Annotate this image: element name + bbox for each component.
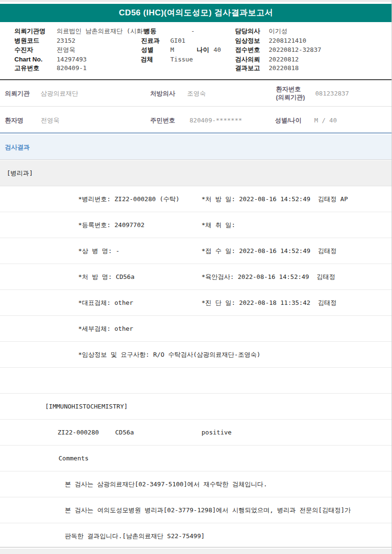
result-row-comment-2: 본 검사는 여의도성모병원 병리과[02-3779-1298]에서 시행되었으며… bbox=[0, 497, 392, 523]
report-page: CD56 (IHC)(여의도성모) 검사결과보고서 의뢰기관명 의료법인 남촌의… bbox=[0, 0, 392, 554]
label-prescribing-doctor: 처방의사 bbox=[150, 80, 175, 107]
label-patient-no-line1: 환자번호 bbox=[276, 85, 301, 93]
patient-row-2: 환자명 전영욱 주민번호 820409-******* 성별/나이 M / 40 bbox=[0, 107, 392, 133]
results-body: *병리번호: ZI22-000280 (수탁) *처 방 일: 2022-08-… bbox=[0, 186, 392, 548]
value-requesting-org: 의료법인 남촌의료재단 (시화병원 bbox=[57, 26, 148, 36]
ihc-section-header: [IMMUNOHISTOCHEMISTRY] bbox=[45, 394, 128, 419]
comment-line-2: 본 검사는 여의도성모병원 병리과[02-3779-1298]에서 시행되었으며… bbox=[65, 497, 351, 523]
result-row-main-specimen: *대표검체: other *진 단 일: 2022-08-18 11:35:42… bbox=[0, 290, 392, 316]
prescription-name: *처 방 명: CD56a bbox=[78, 264, 134, 289]
value-ward: - bbox=[191, 26, 195, 36]
result-row-pathology-no: *병리번호: ZI22-000280 (수탁) *처 방 일: 2022-08-… bbox=[0, 186, 392, 212]
disease-name: *상 병 명: - bbox=[78, 238, 119, 264]
label-unique-no: 고유번호 bbox=[14, 63, 39, 72]
diagnosis-date: *진 단 일: 2022-08-18 11:35:42 김태정 bbox=[202, 290, 337, 315]
value-specimen: Tissue bbox=[170, 55, 193, 64]
label-chart-no: Chart No. bbox=[14, 55, 43, 64]
result-row-prescription-name: *처 방 명: CD56a *육안검사: 2022-08-16 14:52:49… bbox=[0, 264, 392, 290]
value-hospital-code: 23152 bbox=[57, 36, 75, 45]
label-test-request-date: 검사의뢰 bbox=[235, 55, 260, 64]
value-age: 40 bbox=[214, 45, 221, 54]
result-row-ihc-result: ZI22-000280 CD56a positive bbox=[0, 420, 392, 446]
pathology-no: *병리번호: ZI22-000280 (수탁) bbox=[78, 186, 179, 212]
page-title: CD56 (IHC)(여의도성모) 검사결과보고서 bbox=[0, 4, 392, 22]
label-sex-age: 성별/나이 bbox=[275, 107, 302, 133]
receipt-date: *접 수 일: 2022-08-16 14:52:49 김태정 bbox=[202, 238, 337, 264]
value-prescribing-doctor: 조영숙 bbox=[187, 80, 206, 107]
ihc-result-value: positive bbox=[202, 420, 232, 445]
label-hospital-code: 병원코드 bbox=[14, 36, 39, 45]
value-patient-no-referrer: 081232837 bbox=[315, 80, 349, 107]
results-section-band: 검사결과 bbox=[0, 134, 392, 160]
value-test-request-date: 20220812 bbox=[269, 55, 299, 64]
label-age: 나이 bbox=[197, 45, 209, 54]
result-row-disease-name: *상 병 명: - *접 수 일: 2022-08-16 14:52:49 김태… bbox=[0, 238, 392, 264]
value-department: GI01 bbox=[170, 36, 185, 45]
result-row-registration-no: *등록번호: 24097702 *채 취 일: bbox=[0, 212, 392, 238]
result-row-sub-specimen: *세부검체: other bbox=[0, 316, 392, 342]
value-clinical-info: 2208121410 bbox=[269, 36, 306, 45]
registration-no: *등록번호: 24097702 bbox=[78, 212, 144, 238]
label-resident-no: 주민번호 bbox=[150, 107, 175, 133]
result-row-ihc-header: [IMMUNOHISTOCHEMISTRY] bbox=[0, 394, 392, 420]
value-receipt-no: 20220812-32837 bbox=[269, 45, 321, 54]
gross-exam-date: *육안검사: 2022-08-16 14:52:49 김태정 bbox=[202, 264, 335, 289]
label-sex: 성별 bbox=[141, 45, 154, 54]
result-row-comment-3: 판독한 결과입니다.[남촌의료재단 S22-75499] bbox=[0, 523, 392, 548]
value-sex: M bbox=[170, 45, 174, 54]
sub-specimen: *세부검체: other bbox=[78, 316, 133, 341]
patient-row-1: 의뢰기관 삼광의료재단 처방의사 조영숙 환자번호 (의뢰기관) 0812328… bbox=[0, 80, 392, 107]
value-result-report-date: 20220818 bbox=[269, 63, 299, 72]
value-doctor-in-charge: 이기성 bbox=[269, 26, 287, 36]
bottom-gray-strip bbox=[0, 549, 392, 554]
label-receipt-no: 접수번호 bbox=[235, 45, 260, 54]
report-title-bar: CD56 (IHC)(여의도성모) 검사결과보고서 bbox=[0, 4, 392, 22]
department-label: [병리과] bbox=[7, 160, 33, 186]
label-department: 진료과 bbox=[141, 36, 160, 45]
result-row-comments-label: Comments bbox=[0, 446, 392, 471]
label-examinee: 수진자 bbox=[14, 45, 33, 54]
value-chart-no: 14297493 bbox=[57, 55, 87, 64]
result-row-comment-1: 본 검사는 삼광의료재단[02-3497-5100]에서 재수탁한 검체입니다. bbox=[0, 471, 392, 497]
ihc-test-name: CD56a bbox=[115, 420, 134, 445]
comments-label: Comments bbox=[59, 446, 89, 471]
collection-date: *채 취 일: bbox=[202, 212, 235, 238]
value-referring-org: 삼광의료재단 bbox=[41, 80, 78, 107]
ihc-specimen-no: ZI22-000280 bbox=[58, 420, 99, 445]
prescription-date: *처 방 일: 2022-08-16 14:52:49 김태정 AP bbox=[202, 186, 348, 212]
result-row-clinical-request: *임상정보 및 요구사항: R/O 수탁검사(삼광의료재단-조영숙) bbox=[0, 342, 392, 368]
top-gray-strip bbox=[0, 0, 392, 3]
label-doctor-in-charge: 담당의사 bbox=[235, 26, 260, 36]
label-specimen: 검체 bbox=[141, 55, 153, 64]
value-sex-age: M / 40 bbox=[314, 107, 337, 133]
label-patient-name: 환자명 bbox=[5, 107, 24, 133]
clinical-info-request: *임상정보 및 요구사항: R/O 수탁검사(삼광의료재단-조영숙) bbox=[78, 342, 261, 367]
value-unique-no: 820409-1 bbox=[57, 63, 87, 72]
value-examinee: 전영욱 bbox=[57, 45, 75, 54]
label-referring-org: 의뢰기관 bbox=[5, 80, 30, 107]
comment-line-1: 본 검사는 삼광의료재단[02-3497-5100]에서 재수탁한 검체입니다. bbox=[65, 471, 267, 497]
result-row-empty bbox=[0, 368, 392, 394]
label-requesting-org: 의뢰기관명 bbox=[14, 26, 46, 36]
label-result-report-date: 결과보고 bbox=[235, 63, 260, 72]
header-info-block: 의뢰기관명 의료법인 남촌의료재단 (시화병원 병원코드 23152 수진자 전… bbox=[0, 22, 392, 79]
value-patient-name: 전영욱 bbox=[41, 107, 59, 133]
label-clinical-info: 임상정보 bbox=[235, 36, 260, 45]
main-specimen: *대표검체: other bbox=[78, 290, 133, 315]
label-patient-no-referrer: 환자번호 (의뢰기관) bbox=[276, 85, 305, 101]
value-resident-no: 820409-******* bbox=[190, 107, 242, 133]
comment-line-3: 판독한 결과입니다.[남촌의료재단 S22-75499] bbox=[65, 523, 205, 549]
department-band: [병리과] bbox=[0, 160, 392, 186]
label-ward: 병동 bbox=[144, 26, 156, 36]
label-patient-no-line2: (의뢰기관) bbox=[276, 94, 305, 101]
results-section-title: 검사결과 bbox=[5, 134, 30, 160]
